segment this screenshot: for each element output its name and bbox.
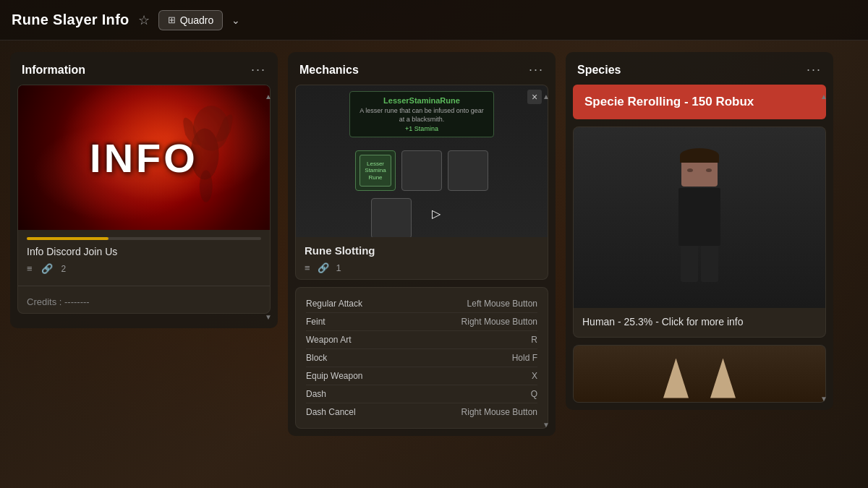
species-banner-text: Specie Rerolling - 150 Robux (584, 95, 754, 108)
column-species-menu[interactable]: ··· (807, 62, 822, 77)
controls-row: Equip Weapon X (306, 367, 537, 385)
controls-action: Feint (306, 317, 326, 327)
card-species-banner[interactable]: Specie Rerolling - 150 Robux (573, 85, 826, 119)
game-close-button[interactable]: × (527, 90, 542, 104)
column-species-scroll[interactable]: Specie Rerolling - 150 Robux (566, 85, 833, 410)
list-icon: ≡ (27, 263, 33, 274)
workspace-label: Quadro (180, 14, 214, 26)
slot-4[interactable] (371, 198, 412, 237)
human-image (574, 127, 825, 308)
attach-count: 2 (61, 264, 67, 274)
rune-attach-icon: 🔗 (318, 262, 329, 273)
char-hair (680, 148, 719, 163)
controls-action: Weapon Art (306, 335, 351, 345)
column-mechanics-scroll[interactable]: LesserStaminaRune A lesser rune that can… (288, 85, 556, 436)
card-elf[interactable] (573, 345, 826, 403)
controls-table: Regular Attack Left Mouse Button Feint R… (306, 295, 537, 421)
human-title: Human - 25.3% - Click for more info (582, 315, 817, 330)
card-divider (18, 286, 270, 286)
species-scroll-up[interactable]: ▲ (820, 93, 827, 100)
rune-card-meta: ≡ 🔗 1 (305, 262, 539, 273)
column-species: Species ··· Specie Rerolling - 150 Robux (566, 52, 833, 410)
tooltip-rune-desc: A lesser rune that can be infused onto g… (357, 107, 486, 124)
char-leg-right (701, 246, 718, 282)
controls-key: Right Mouse Button (461, 317, 537, 327)
attach-icon: 🔗 (41, 263, 53, 274)
card-info-body: Info Discord Join Us ≡ 🔗 2 (18, 230, 270, 281)
tooltip-rune-stat: +1 Stamina (357, 125, 486, 132)
rune-screenshot: LesserStaminaRune A lesser rune that can… (296, 85, 548, 237)
controls-row: Regular Attack Left Mouse Button (306, 295, 537, 313)
species-scroll-down[interactable]: ▼ (820, 395, 827, 403)
controls-key: Hold F (512, 353, 537, 363)
elf-ear-left (663, 359, 689, 398)
column-mechanics-menu[interactable]: ··· (529, 62, 544, 77)
header: Rune Slayer Info ☆ ⊞ Quadro ⌄ (0, 0, 868, 40)
card-rune-slotting[interactable]: LesserStaminaRune A lesser rune that can… (295, 85, 548, 280)
controls-row: Feint Right Mouse Button (306, 313, 537, 331)
board: Information ··· INFO (0, 40, 868, 488)
controls-key: Right Mouse Button (461, 407, 537, 417)
controls-action: Dash (306, 389, 326, 399)
card-human[interactable]: Human - 25.3% - Click for more info (573, 127, 826, 338)
mechanics-scroll-down[interactable]: ▼ (542, 421, 550, 429)
tooltip-rune-name: LesserStaminaRune (357, 96, 486, 105)
svg-point-2 (200, 170, 213, 202)
controls-row: Block Hold F (306, 349, 537, 367)
controls-row: Dash Q (306, 385, 537, 403)
slot-3[interactable] (448, 150, 488, 191)
card-info-image: INFO (18, 85, 270, 230)
controls-key: Q (531, 389, 537, 399)
workspace-icon: ⊞ (168, 14, 176, 25)
controls-row: Dash Cancel Right Mouse Button (306, 403, 537, 421)
card-footer: Credits : -------- (18, 291, 270, 313)
column-information-scroll[interactable]: INFO Info Discord Join Us ≡ 🔗 2 Credits … (10, 85, 278, 328)
scroll-up-arrow[interactable]: ▲ (265, 93, 272, 100)
controls-key: X (532, 371, 537, 381)
column-information: Information ··· INFO (10, 52, 278, 328)
rune-list-icon: ≡ (305, 262, 310, 273)
human-info: Human - 25.3% - Click for more info (574, 308, 825, 337)
elf-ears (663, 359, 736, 398)
elf-ear-right (710, 359, 736, 398)
scroll-down-arrow[interactable]: ▼ (265, 313, 272, 321)
char-head (681, 154, 718, 187)
card-info-main[interactable]: INFO Info Discord Join Us ≡ 🔗 2 Credits … (17, 85, 271, 314)
info-text: INFO (90, 134, 198, 181)
char-figure (678, 154, 720, 282)
column-mechanics-header: Mechanics ··· (288, 52, 556, 85)
column-species-header: Species ··· (566, 52, 833, 85)
column-information-header: Information ··· (10, 52, 278, 85)
column-information-menu[interactable]: ··· (251, 62, 266, 77)
column-species-title: Species (577, 64, 621, 77)
card-info-title: Info Discord Join Us (27, 246, 261, 257)
progress-bar (27, 237, 261, 240)
game-slots-row2 (296, 198, 548, 237)
column-mechanics-title: Mechanics (299, 64, 359, 77)
controls-action: Regular Attack (306, 299, 362, 309)
progress-fill (27, 237, 109, 240)
star-icon[interactable]: ☆ (138, 12, 150, 28)
char-leg-left (681, 246, 698, 282)
rune-tooltip: LesserStaminaRune A lesser rune that can… (349, 91, 494, 137)
game-ui: LesserStaminaRune A lesser rune that can… (296, 85, 548, 237)
info-image-bg: INFO (18, 85, 270, 230)
slot-2[interactable] (401, 150, 442, 191)
rune-card-title: Rune Slotting (305, 244, 539, 257)
card-info-meta: ≡ 🔗 2 (27, 263, 261, 274)
chevron-down-icon[interactable]: ⌄ (231, 14, 240, 26)
card-controls: Regular Attack Left Mouse Button Feint R… (295, 287, 548, 429)
slot-1[interactable]: LesserStaminaRune (355, 150, 396, 191)
workspace-selector[interactable]: ⊞ Quadro (158, 10, 224, 30)
elf-image (574, 346, 825, 402)
controls-key: R (531, 335, 537, 345)
controls-key: Left Mouse Button (467, 299, 537, 309)
rune-card-body: Rune Slotting ≡ 🔗 1 (296, 237, 548, 279)
controls-action: Block (306, 353, 327, 363)
slot-rune: LesserStaminaRune (359, 155, 391, 187)
controls-row: Weapon Art R (306, 331, 537, 349)
column-mechanics: Mechanics ··· LesserStaminaRune A lesser… (288, 52, 556, 436)
char-legs (681, 246, 718, 282)
controls-action: Dash Cancel (306, 407, 356, 417)
mechanics-scroll-up[interactable]: ▲ (542, 93, 550, 100)
